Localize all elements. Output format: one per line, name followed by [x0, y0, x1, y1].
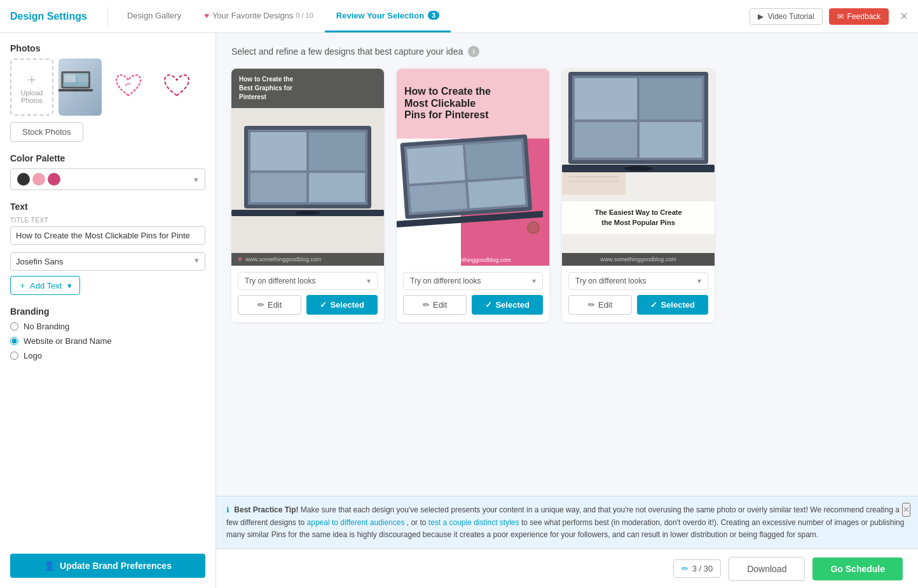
feedback-button[interactable]: ✉ Feedback — [829, 8, 889, 25]
design-image-1: How to Create theBest Graphics forPinter… — [231, 69, 384, 266]
branding-website-label: Website or Brand Name — [24, 336, 112, 346]
tab-favorites[interactable]: ♥ Your Favorite Designs 0 / 10 — [193, 0, 325, 32]
svg-point-5 — [73, 90, 79, 91]
heart-doodle-1 — [111, 70, 146, 105]
selected-label-1: Selected — [330, 300, 364, 310]
svg-rect-16 — [407, 145, 465, 184]
pin3-laptop-area — [562, 69, 715, 196]
edit-button-2[interactable]: ✏ Edit — [403, 295, 467, 315]
favorites-count: 0 / 10 — [296, 11, 313, 19]
photos-section: Photos ＋ Upload Photos — [10, 43, 205, 142]
go-schedule-button[interactable]: Go Schedule — [812, 557, 903, 580]
title-text-label: TITLE TEXT — [10, 217, 205, 224]
pin1-logo-icon: ❋ — [238, 256, 243, 263]
branding-title: Branding — [10, 306, 205, 317]
instruction-text: Select and refine a few designs that bes… — [231, 46, 463, 57]
design-card-1: How to Create theBest Graphics forPinter… — [231, 69, 384, 322]
branding-option-none[interactable]: No Branding — [10, 322, 205, 331]
upload-photos-box[interactable]: ＋ Upload Photos — [10, 58, 53, 116]
svg-rect-29 — [562, 172, 626, 195]
pencil-icon-2: ✏ — [423, 300, 430, 310]
app-container: Design Settings Design Gallery ♥ Your Fa… — [0, 0, 918, 588]
stock-photos-button[interactable]: Stock Photos — [10, 122, 83, 142]
pin2-title-area: How to Create theMost ClickablePins for … — [397, 69, 549, 139]
svg-rect-17 — [465, 141, 524, 180]
color-palette-dropdown[interactable]: ▾ — [10, 168, 205, 190]
page-counter: ✏ 3 / 30 — [673, 559, 722, 578]
svg-rect-18 — [409, 182, 467, 212]
design-card-3: The Easiest Way to Createthe Most Popula… — [562, 69, 715, 322]
review-badge: 3 — [428, 11, 439, 20]
selected-label-2: Selected — [495, 300, 529, 310]
check-icon-2: ✓ — [485, 300, 492, 310]
selected-button-2[interactable]: ✓ Selected — [472, 295, 543, 315]
svg-rect-9 — [309, 132, 365, 170]
tab-gallery[interactable]: Design Gallery — [116, 0, 193, 32]
add-text-label: Add Text — [30, 281, 62, 291]
pin2-laptop-svg — [397, 132, 543, 234]
close-button[interactable]: × — [900, 9, 908, 24]
branding-option-website[interactable]: Website or Brand Name — [10, 336, 205, 346]
edit-button-3[interactable]: ✏ Edit — [568, 295, 632, 315]
tip-info-icon: ℹ — [226, 505, 230, 514]
download-label: Download — [747, 564, 786, 574]
pin1-url: www.somethinggoodblog.com — [245, 256, 322, 263]
add-text-icon: ＋ — [18, 280, 27, 291]
title-text-input[interactable] — [10, 226, 205, 245]
download-button[interactable]: Download — [729, 557, 805, 581]
footer: ✏ 3 / 30 Download Go Schedule — [216, 549, 918, 588]
video-tutorial-label: Video Tutorial — [767, 12, 814, 21]
upload-icon: ＋ — [25, 70, 39, 89]
video-tutorial-button[interactable]: ▶ Video Tutorial — [750, 8, 822, 25]
tab-review[interactable]: Review Your Selection 3 — [325, 0, 451, 32]
edit-button-1[interactable]: ✏ Edit — [238, 295, 301, 315]
sidebar: Photos ＋ Upload Photos — [0, 33, 216, 588]
main-content: Photos ＋ Upload Photos — [0, 33, 918, 588]
user-icon: 👤 — [44, 561, 55, 571]
upload-label: Upload Photos — [11, 89, 52, 104]
tab-favorites-label: Your Favorite Designs — [212, 11, 293, 20]
update-brand-label: Update Brand Preferences — [60, 561, 172, 571]
svg-rect-24 — [640, 78, 702, 120]
pin1-laptop-area — [231, 120, 384, 234]
header: Design Settings Design Gallery ♥ Your Fa… — [0, 0, 918, 33]
tip-text-2: , or to — [407, 518, 428, 527]
try-on-chevron-1: ▾ — [367, 277, 371, 285]
try-on-chevron-3: ▾ — [697, 277, 701, 285]
tab-review-label: Review Your Selection — [336, 11, 424, 20]
photo-thumb-heart1[interactable] — [107, 58, 150, 116]
selected-button-1[interactable]: ✓ Selected — [306, 295, 378, 315]
branding-radio-website[interactable] — [10, 337, 18, 345]
photo-thumb-laptop[interactable] — [58, 58, 102, 116]
header-divider — [107, 7, 108, 26]
edit-label-2: Edit — [433, 300, 447, 310]
add-text-button[interactable]: ＋ Add Text ▾ — [10, 276, 80, 295]
photo-thumb-heart2[interactable] — [155, 58, 198, 116]
btn-row-3: ✏ Edit ✓ Selected — [568, 295, 708, 315]
tip-link-1[interactable]: appeal to different audiences — [307, 518, 405, 527]
svg-rect-8 — [250, 132, 306, 170]
try-on-dropdown-3[interactable]: Try on different looks ▾ — [568, 272, 708, 290]
try-on-dropdown-2[interactable]: Try on different looks ▾ — [403, 272, 543, 290]
edit-label-3: Edit — [598, 300, 612, 310]
branding-radio-logo[interactable] — [10, 352, 18, 360]
btn-row-1: ✏ Edit ✓ Selected — [238, 295, 378, 315]
tip-link-2[interactable]: test a couple distinct styles — [428, 518, 519, 527]
update-brand-button[interactable]: 👤 Update Brand Preferences — [10, 554, 205, 578]
color-palette-section: Color Palette ▾ — [10, 153, 205, 190]
tab-gallery-label: Design Gallery — [127, 11, 181, 20]
tip-bold-text: Best Practice Tip! — [234, 505, 298, 514]
branding-option-logo[interactable]: Logo — [10, 351, 205, 360]
branding-options: No Branding Website or Brand Name Logo — [10, 322, 205, 360]
selected-button-3[interactable]: ✓ Selected — [637, 295, 708, 315]
try-on-dropdown-1[interactable]: Try on different looks ▾ — [238, 272, 378, 290]
pin2-coffee-cup — [527, 221, 540, 234]
try-on-label-2: Try on different looks — [410, 277, 532, 285]
tip-close-button[interactable]: × — [902, 503, 910, 517]
feedback-label: Feedback — [847, 12, 881, 21]
pin2-title-text: How to Create theMost ClickablePins for … — [404, 86, 491, 121]
font-select[interactable]: Josefin Sans Roboto Lato — [10, 252, 205, 271]
heart-icon: ♥ — [204, 11, 209, 20]
branding-radio-none[interactable] — [10, 322, 18, 331]
header-tabs: Design Gallery ♥ Your Favorite Designs 0… — [116, 0, 750, 32]
